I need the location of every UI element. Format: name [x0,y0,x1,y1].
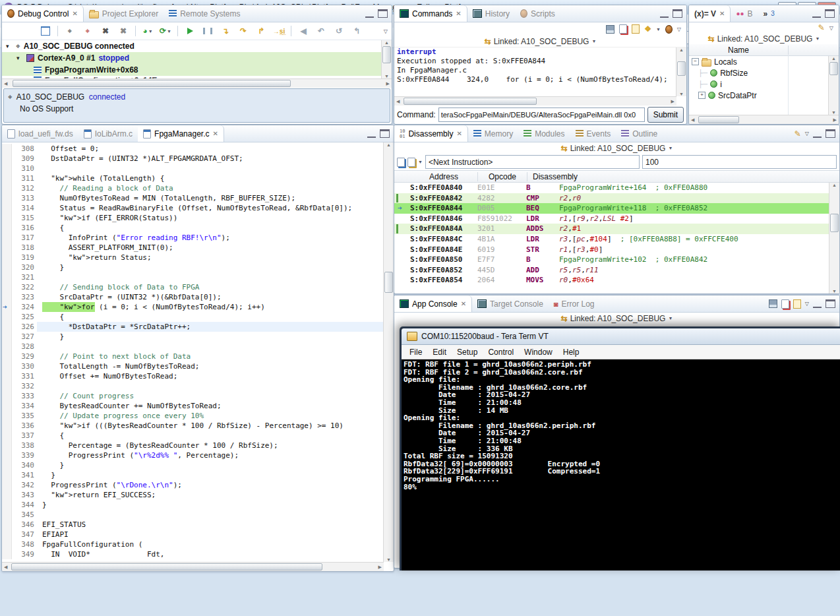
view-menu-icon[interactable]: ▽ [805,131,809,137]
code-line-320[interactable]: 320 } [2,262,384,272]
annotation-ruler[interactable] [2,233,12,243]
disconnect-button[interactable]: ⌖ [62,24,78,38]
view-menu-icon[interactable]: ▽ [805,301,809,307]
minimize-view-button[interactable] [813,304,822,308]
horizontal-scrollbar[interactable]: ◀▶ [394,96,676,106]
annotation-ruler[interactable]: ➜ [2,302,12,312]
disassembly-row[interactable]: S:0xFFE0A84A3201ADDSr2,#1 [394,224,829,234]
tab-app-console[interactable]: App Console ✕ [394,295,472,312]
code-line-326[interactable]: 326 *DstDataPtr = *SrcDataPtr++; [2,322,384,332]
tab-iolibarm[interactable]: IoLibArm.c [78,125,138,142]
tab-scripts[interactable]: Scripts [515,5,560,22]
horizontal-scrollbar[interactable]: ◀▶ [689,115,839,124]
tera-term-title-bar[interactable]: COM10:115200baud - Tera Term VT [402,328,840,345]
copy-icon[interactable] [407,158,415,167]
tab-debug-control[interactable]: Debug Control ✕ [2,5,84,22]
annotation-ruler[interactable] [2,292,12,302]
code-line-344[interactable]: 344} [2,500,384,510]
disassembly-size-input[interactable] [642,155,837,169]
code-line-335[interactable]: 335 // Update progress once every 10% [2,411,384,421]
export-icon[interactable] [397,158,405,167]
annotation-ruler[interactable] [2,282,12,292]
code-line-310[interactable]: 310 [2,164,384,173]
code-line-313[interactable]: 313 NumOfBytesToRead = MIN (TotalLength,… [2,193,384,203]
command-input[interactable] [438,108,645,122]
code-line-311[interactable]: 311 "kw">while (TotalLength) { [2,173,384,183]
annotation-ruler[interactable] [2,154,12,164]
vertical-scrollbar[interactable]: ▲▼ [829,183,839,293]
edit-pen-icon[interactable]: ✎ [818,23,825,32]
code-line-329[interactable]: 329 // Point to next block of Data [2,352,384,361]
step-into-button[interactable]: ↴ [218,24,233,38]
expander-icon[interactable]: ▾ [6,43,13,49]
code-line-316[interactable]: 316 { [2,223,384,233]
linked-target-row[interactable]: ⇆ Linked: A10_SOC_DEBUG ▼ [689,33,839,44]
code-line-340[interactable]: 340 } [2,460,384,470]
remove-all-connections-button[interactable]: ✖ [115,24,131,38]
tab-memory[interactable]: Memory [468,125,518,142]
annotation-ruler[interactable] [2,193,12,203]
code-line-315[interactable]: 315 "kw">if (EFI_ERROR(Status)) [2,213,384,223]
continue-button[interactable] [182,24,198,38]
disassembly-row[interactable]: ➜S:0xFFE0A844D005BEQFpgaProgramWrite+118… [394,203,829,214]
horizontal-scrollbar[interactable]: ◀▶ [2,78,392,88]
tab-project-explorer[interactable]: Project Explorer [84,5,164,22]
annotation-ruler[interactable] [2,322,12,332]
code-line-330[interactable]: 330 TotalLength -= NumOfBytesToRead; [2,361,384,371]
maximize-view-button[interactable] [825,9,835,18]
edit-pen-icon[interactable]: ✎ [795,129,801,139]
address-column-header[interactable]: Address [410,172,478,181]
close-icon[interactable]: ✕ [719,10,725,17]
code-line-346[interactable]: 346EFI_STATUS [2,520,384,530]
code-line-345[interactable]: 345 [2,510,384,520]
code-line-321[interactable]: 321 [2,272,384,282]
scroll-lock-icon[interactable] [793,299,801,309]
disassembly-row[interactable]: S:0xFFE0A84E6019STRr1,[r3,#0] [394,245,829,255]
tab-events[interactable]: Events [570,125,616,142]
chevron-down-icon[interactable]: ▼ [656,27,661,32]
annotation-ruler[interactable] [2,520,12,530]
debug-tree-frame-row[interactable]: FpgaProgramWrite+0x68 [2,64,392,76]
debug-tree-core-row[interactable]: ▾ Cortex-A9_0 #1 stopped [2,52,392,64]
pause-button[interactable] [200,24,216,38]
maximize-view-button[interactable] [673,9,682,18]
tab-remote-systems[interactable]: Remote Systems [164,5,245,22]
code-line-343[interactable]: 343 "kw">return EFI_SUCCESS; [2,490,384,500]
code-line-338[interactable]: 338 Percentage = (BytesReadCounter * 100… [2,441,384,450]
annotation-ruler[interactable] [2,243,12,253]
variables-header[interactable]: Name [689,44,839,56]
annotation-ruler[interactable] [2,549,12,559]
tt-menu-file[interactable]: File [404,346,427,358]
code-line-334[interactable]: 334 BytesReadCounter += NumOfBytesToRead… [2,401,384,411]
annotation-ruler[interactable] [2,441,12,450]
submit-button[interactable]: Submit [647,107,684,123]
tera-term-window[interactable]: COM10:115200baud - Tera Term VT FileEdit… [400,326,840,570]
code-line-314[interactable]: 314 Status = ReadRawBinaryFile (Offset, … [2,203,384,213]
code-line-309[interactable]: 309 DstDataPtr = (UINT32 *)ALT_FPGAMGRDA… [2,154,384,164]
close-icon[interactable]: ✕ [72,10,77,17]
view-menu-icon[interactable]: ▽ [829,25,833,31]
code-line-325[interactable]: 325 { [2,312,384,322]
annotation-ruler[interactable] [2,144,12,154]
linked-target-row[interactable]: ⇆ Linked: A10_SOC_DEBUG ▼ [394,36,686,47]
code-line-336[interactable]: 336 "kw">if (((BytesReadCounter * 100 / … [2,421,384,431]
tt-menu-help[interactable]: Help [558,346,585,358]
opcode-column-header[interactable]: Opcode [478,172,527,181]
minimize-view-button[interactable] [365,14,374,18]
close-icon[interactable]: ✕ [212,130,218,137]
close-icon[interactable]: ✕ [461,300,466,307]
tab-error-log[interactable]: ◙ Error Log [549,295,600,312]
annotation-ruler[interactable] [2,352,12,361]
horizontal-scrollbar[interactable]: ◀▶ [2,562,384,571]
collapse-icon[interactable]: − [692,58,699,65]
reset-button[interactable]: ⟳▼ [158,24,173,38]
annotation-ruler[interactable] [2,421,12,431]
annotation-ruler[interactable] [2,361,12,371]
code-line-323[interactable]: 323 SrcDataPtr = (UINT32 *)(&RbfData[0])… [2,292,384,302]
tt-menu-edit[interactable]: Edit [427,346,452,358]
tab-disassembly[interactable]: 1001 Disassembly ✕ [394,125,468,142]
tab-overflow[interactable]: » 3 [758,5,780,22]
code-line-317[interactable]: 317 InfoPrint ("Error reading RBF!\r\n")… [2,233,384,243]
annotation-ruler[interactable] [2,371,12,381]
view-menu-icon[interactable]: ▽ [677,26,681,32]
